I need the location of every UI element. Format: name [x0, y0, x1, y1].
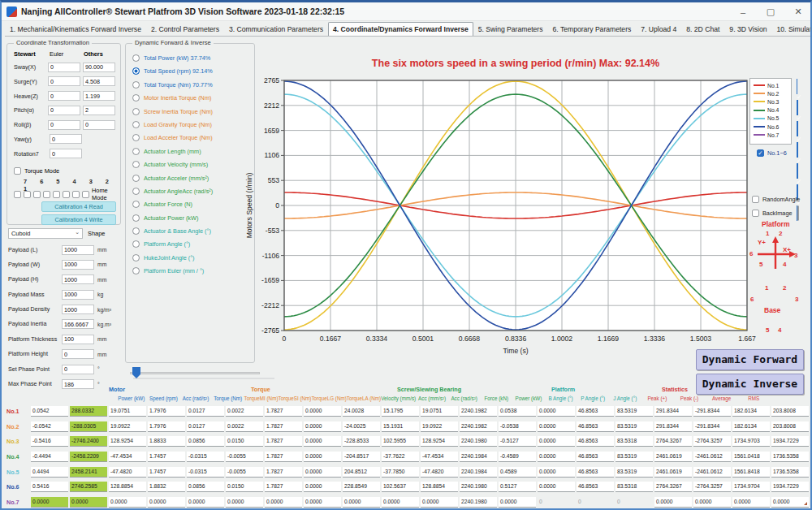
- table-cell: 0.0000: [304, 421, 341, 432]
- euler-input[interactable]: [48, 76, 80, 86]
- radio-button[interactable]: [132, 201, 140, 208]
- close-icon[interactable]: ✕: [793, 6, 804, 17]
- home-bit-checkbox[interactable]: [43, 191, 50, 198]
- radio-item: Load Gravity Torque (Nm): [132, 120, 213, 129]
- tab-6[interactable]: 6. Temporary Parameters: [548, 23, 637, 36]
- table-cell: 15.1795: [382, 406, 419, 417]
- tab-10[interactable]: 10. Simulator: [772, 23, 812, 36]
- tab-4[interactable]: 4. Coordinate/Dynamics Forward Inverse: [328, 22, 473, 36]
- table-row-label: No.1: [6, 408, 31, 415]
- radio-button[interactable]: [132, 175, 140, 182]
- others-input[interactable]: [83, 91, 115, 101]
- payload-row: Payload Densitykg/m³: [8, 305, 122, 315]
- euler-input[interactable]: [48, 120, 80, 130]
- table-group-header: Statistics: [662, 386, 688, 393]
- home-bit-checkbox[interactable]: [82, 191, 89, 198]
- table-row-label: No.7: [6, 499, 31, 506]
- radio-button[interactable]: [132, 240, 140, 248]
- platform-joint-6: 6: [749, 250, 753, 257]
- euler-input[interactable]: [48, 106, 80, 115]
- radio-button[interactable]: [132, 108, 140, 115]
- minimize-icon[interactable]: –: [737, 7, 749, 17]
- radio-button[interactable]: [132, 81, 140, 89]
- payload-input[interactable]: [62, 319, 94, 329]
- dynamic-forward-button[interactable]: Dynamic Forward: [696, 349, 804, 370]
- euler-input[interactable]: [48, 63, 80, 72]
- others-input[interactable]: [83, 120, 115, 130]
- table-cell: 2240.1984: [460, 467, 497, 478]
- table-group-headers: MotorTorqueScrew/Slewing BearingPlatform…: [2, 386, 810, 394]
- radio-button[interactable]: [132, 148, 140, 155]
- payload-input[interactable]: [62, 365, 94, 374]
- radio-button[interactable]: [132, 94, 140, 102]
- tab-7[interactable]: 7. Upload 4: [636, 23, 681, 36]
- table-cell: -2458.2209: [70, 452, 107, 462]
- radio-button[interactable]: [132, 134, 140, 141]
- others-input[interactable]: [83, 106, 115, 115]
- tab-2[interactable]: 2. Control Parameters: [146, 23, 224, 36]
- home-bit-checkbox[interactable]: [53, 191, 60, 198]
- series-group-checkbox[interactable]: [757, 149, 764, 157]
- table-cell: 1561.8418: [732, 467, 770, 478]
- maximize-icon[interactable]: ▢: [765, 6, 776, 17]
- legend-entry: No.5: [754, 115, 791, 123]
- payload-row: Payload Masskg: [8, 289, 122, 300]
- table-column-header: Peak (+): [641, 395, 674, 401]
- tab-3[interactable]: 3. Communication Parameters: [224, 23, 328, 36]
- table-row-label: No.4: [6, 453, 31, 460]
- radio-button[interactable]: [132, 227, 140, 235]
- radio-button[interactable]: [132, 67, 140, 75]
- payload-input[interactable]: [62, 305, 94, 314]
- shape-dropdown[interactable]: Cuboid ⌄: [8, 228, 83, 239]
- table-cell: 128.9254: [421, 436, 458, 447]
- calibration-read-button[interactable]: Calibration 4 Read: [41, 201, 116, 212]
- euler-input[interactable]: [50, 134, 82, 144]
- euler-input[interactable]: [50, 149, 82, 158]
- radio-button[interactable]: [132, 161, 140, 168]
- back-image-checkbox[interactable]: [752, 210, 759, 217]
- table-cell: -0.5127: [499, 436, 536, 447]
- radio-button[interactable]: [132, 121, 140, 128]
- payload-input[interactable]: [62, 260, 94, 270]
- euler-input[interactable]: [48, 91, 80, 101]
- radio-button[interactable]: [132, 267, 140, 274]
- table-cell: 1.7827: [265, 452, 302, 462]
- slider-handle[interactable]: [132, 367, 140, 378]
- others-input[interactable]: [83, 76, 115, 86]
- tab-1[interactable]: 1. Mechanical/Kinematics Forward Inverse: [5, 23, 146, 36]
- series-checkbox-No.7[interactable]: [797, 205, 799, 221]
- table-cell: 1561.0418: [732, 452, 770, 462]
- others-input[interactable]: [83, 63, 115, 72]
- payload-unit: kg.m³: [97, 322, 111, 327]
- torque-mode-checkbox[interactable]: [14, 167, 21, 175]
- table-cell: 46.8563: [577, 436, 614, 447]
- radio-button[interactable]: [132, 254, 140, 261]
- calibration-write-button[interactable]: Calibration 4 Write: [41, 214, 116, 225]
- home-bit-checkbox[interactable]: [33, 191, 41, 198]
- random-angle-checkbox[interactable]: [752, 196, 759, 203]
- table-cell: 1736.5358: [771, 452, 809, 462]
- table-cell: 0.0150: [226, 436, 263, 447]
- table-cell: 0: [615, 497, 653, 508]
- table-cell: 0: [538, 497, 575, 508]
- radio-item: Actuator AngleAcc (rad/s²): [132, 187, 213, 196]
- payload-input[interactable]: [62, 245, 94, 255]
- radio-button[interactable]: [132, 54, 140, 62]
- tab-5[interactable]: 5. Swing Parameters: [473, 23, 548, 36]
- home-bit-checkbox[interactable]: [24, 191, 31, 198]
- radio-label: Platform Euler (mm / °): [144, 267, 204, 274]
- home-mode-label: Home Mode: [92, 187, 120, 201]
- table-cell: 0.0856: [187, 436, 224, 447]
- payload-input[interactable]: [62, 274, 94, 284]
- payload-input[interactable]: [62, 335, 94, 344]
- home-bit-checkbox[interactable]: [72, 191, 80, 198]
- home-bit-checkbox[interactable]: [63, 191, 70, 198]
- radio-button[interactable]: [132, 214, 140, 222]
- tab-8[interactable]: 8. 2D Chat: [681, 23, 724, 36]
- home-bit-checkbox[interactable]: [14, 191, 21, 198]
- payload-input[interactable]: [62, 290, 94, 300]
- radio-button[interactable]: [132, 188, 140, 195]
- tab-9[interactable]: 9. 3D Vision: [724, 23, 771, 36]
- slider-track[interactable]: [130, 372, 260, 374]
- payload-input[interactable]: [62, 349, 94, 359]
